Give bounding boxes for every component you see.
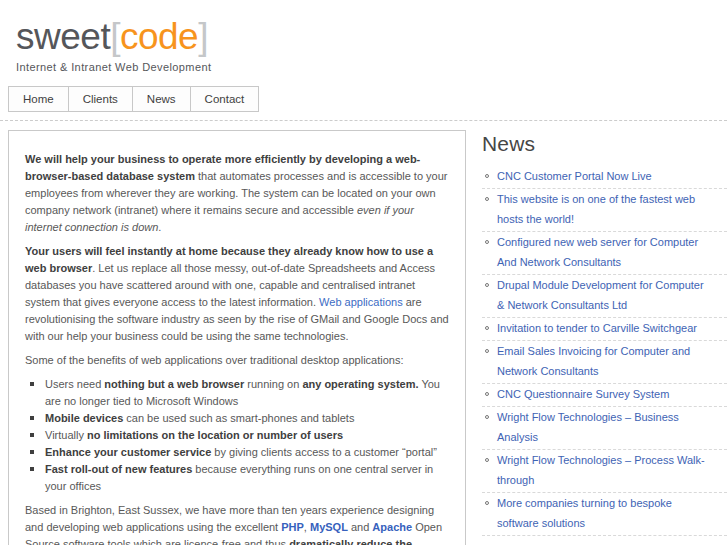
news-item: CNC Questionnaire Survey System <box>482 384 727 407</box>
news-item: CNC Customer Portal Now Live <box>482 166 727 189</box>
news-list: CNC Customer Portal Now Live This websit… <box>482 166 727 536</box>
logo-text-code: code <box>120 16 198 57</box>
site-logo: sweet[code] <box>16 18 727 55</box>
benefit-item: Users need nothing but a web browser run… <box>29 376 449 410</box>
circle-bullet-icon <box>485 326 489 330</box>
nav-item-contact[interactable]: Contact <box>191 87 259 111</box>
circle-bullet-icon <box>485 501 489 505</box>
main-nav: Home Clients News Contact <box>8 86 719 112</box>
php-link[interactable]: PHP <box>281 521 304 533</box>
header: sweet[code] Internet & Intranet Web Deve… <box>0 0 727 73</box>
news-link[interactable]: Wright Flow Technologies – Business Anal… <box>497 411 679 443</box>
news-item: More companies turning to bespoke softwa… <box>482 493 727 536</box>
news-item: Wright Flow Technologies – Business Anal… <box>482 407 727 450</box>
circle-bullet-icon <box>485 174 489 178</box>
logo-text-sweet: sweet <box>16 16 110 57</box>
nav-item-news[interactable]: News <box>133 87 191 111</box>
circle-bullet-icon <box>485 349 489 353</box>
news-link[interactable]: Email Sales Invoicing for Computer and N… <box>497 345 690 377</box>
news-item: Email Sales Invoicing for Computer and N… <box>482 341 727 384</box>
benefit-item: Virtually no limitations on the location… <box>29 427 449 444</box>
site-tagline: Internet & Intranet Web Development <box>16 61 727 73</box>
news-link[interactable]: Configured new web server for Computer A… <box>497 236 698 268</box>
news-item: Invitation to tender to Carville Switchg… <box>482 318 727 341</box>
news-link[interactable]: More companies turning to bespoke softwa… <box>497 497 672 529</box>
news-link[interactable]: This website is on one of the fastest we… <box>497 193 695 225</box>
circle-bullet-icon <box>485 392 489 396</box>
content-columns: We will help your business to operate mo… <box>0 121 727 545</box>
news-link[interactable]: Wright Flow Technologies – Process Walk-… <box>497 454 705 486</box>
news-link[interactable]: Invitation to tender to Carville Switchg… <box>497 322 697 334</box>
news-link[interactable]: Drupal Module Development for Computer &… <box>497 279 704 311</box>
nav-item-clients[interactable]: Clients <box>69 87 133 111</box>
intro-paragraph: We will help your business to operate mo… <box>25 151 449 236</box>
circle-bullet-icon <box>485 415 489 419</box>
square-bullet-icon <box>30 382 34 386</box>
nav-list: Home Clients News Contact <box>8 86 259 112</box>
benefit-item: Mobile devices can be used such as smart… <box>29 410 449 427</box>
nav-item-home[interactable]: Home <box>9 87 69 111</box>
benefit-item: Fast roll-out of new features because ev… <box>29 461 449 495</box>
benefits-intro: Some of the benefits of web applications… <box>25 352 449 369</box>
circle-bullet-icon <box>485 283 489 287</box>
square-bullet-icon <box>30 450 34 454</box>
news-link[interactable]: CNC Questionnaire Survey System <box>497 388 669 400</box>
users-paragraph: Your users will feel instantly at home b… <box>25 243 449 345</box>
news-heading: News <box>482 132 727 156</box>
news-item: Drupal Module Development for Computer &… <box>482 275 727 318</box>
square-bullet-icon <box>30 433 34 437</box>
logo-bracket-close: ] <box>198 16 208 57</box>
web-applications-link[interactable]: Web applications <box>319 296 403 308</box>
circle-bullet-icon <box>485 197 489 201</box>
content-panel: We will help your business to operate mo… <box>8 130 466 545</box>
square-bullet-icon <box>30 416 34 420</box>
intro-end: . <box>158 221 161 233</box>
news-item: This website is on one of the fastest we… <box>482 189 727 232</box>
news-link[interactable]: CNC Customer Portal Now Live <box>497 170 652 182</box>
news-sidebar: News CNC Customer Portal Now Live This w… <box>482 130 727 545</box>
square-bullet-icon <box>30 467 34 471</box>
news-item: Configured new web server for Computer A… <box>482 232 727 275</box>
circle-bullet-icon <box>485 240 489 244</box>
mysql-link[interactable]: MySQL <box>310 521 348 533</box>
logo-bracket-open: [ <box>110 16 120 57</box>
news-item: Wright Flow Technologies – Process Walk-… <box>482 450 727 493</box>
footer-paragraph: Based in Brighton, East Sussex, we have … <box>25 502 449 545</box>
apache-link[interactable]: Apache <box>372 521 412 533</box>
page: sweet[code] Internet & Intranet Web Deve… <box>0 0 727 545</box>
benefits-list: Users need nothing but a web browser run… <box>25 376 449 495</box>
benefit-item: Enhance your customer service by giving … <box>29 444 449 461</box>
circle-bullet-icon <box>485 458 489 462</box>
